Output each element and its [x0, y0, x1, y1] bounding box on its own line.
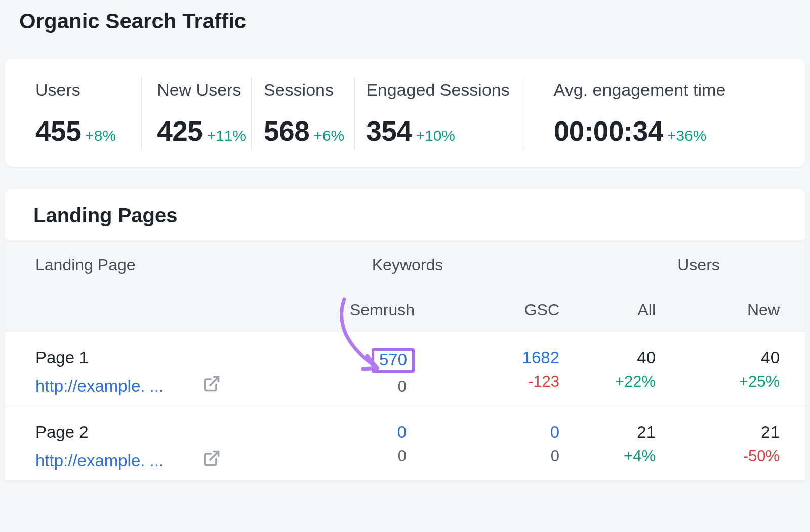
metrics-card: Users 455 +8% New Users 425 +11% Session… [5, 59, 805, 167]
page-url-link[interactable]: http://example. ... [35, 377, 164, 395]
highlight-annotation: 570 [372, 348, 415, 373]
gsc-delta: 0 [551, 447, 559, 465]
svg-line-0 [210, 377, 219, 386]
users-new-delta: +25% [739, 373, 780, 391]
gsc-value[interactable]: 0 [550, 423, 559, 442]
metric-delta: +8% [85, 127, 116, 144]
external-link-icon[interactable] [202, 449, 221, 471]
page-name: Page 1 [35, 348, 289, 367]
svg-line-1 [210, 452, 219, 460]
th-landing-page[interactable]: Landing Page [5, 256, 289, 274]
external-link-icon[interactable] [202, 375, 221, 397]
table-row: Page 2 http://example. ... 0 0 0 0 21 +4… [5, 406, 805, 481]
th-all[interactable]: All [577, 301, 668, 319]
semrush-value[interactable]: 0 [397, 423, 415, 442]
metric-value: 354 [366, 115, 412, 147]
metric-delta: +36% [667, 127, 707, 144]
metric-label: Avg. engagement time [554, 80, 726, 100]
users-new-value: 21 [761, 423, 780, 442]
users-new-value: 40 [761, 348, 780, 367]
th-new[interactable]: New [668, 301, 805, 319]
users-all-value: 21 [637, 423, 656, 442]
page-title: Organic Search Traffic [0, 0, 810, 33]
metric-label: Users [35, 80, 116, 100]
users-all-delta: +4% [624, 447, 656, 465]
metric-value: 568 [264, 115, 309, 147]
metric-delta: +10% [416, 127, 455, 144]
th-semrush[interactable]: Semrush [289, 301, 453, 319]
gsc-value[interactable]: 1682 [522, 348, 559, 367]
metric-label: New Users [157, 80, 246, 100]
metric-value: 425 [157, 115, 202, 147]
metric-label: Engaged Sessions [366, 80, 510, 100]
semrush-sub: 0 [398, 378, 415, 396]
metric-delta: +6% [313, 127, 344, 144]
metric-delta: +11% [207, 127, 246, 144]
table-header: Landing Page Keywords Users Semrush GSC … [5, 240, 805, 332]
users-new-delta: -50% [743, 447, 780, 465]
semrush-value[interactable]: 570 [379, 350, 407, 369]
page-url-link[interactable]: http://example. ... [35, 451, 164, 470]
gsc-delta: -123 [528, 373, 559, 391]
table-row: Page 1 http://example. ... 570 0 1682 -1… [5, 332, 805, 406]
users-all-delta: +22% [615, 373, 656, 391]
metric-sessions[interactable]: Sessions 568 +6% [252, 77, 355, 149]
th-keywords[interactable]: Keywords [289, 256, 526, 274]
semrush-sub: 0 [398, 447, 415, 465]
page-name: Page 2 [35, 423, 289, 442]
metric-value: 455 [35, 115, 81, 147]
metric-new-users[interactable]: New Users 425 +11% [142, 77, 252, 149]
metric-value: 00:00:34 [554, 115, 663, 147]
metric-avg-engagement[interactable]: Avg. engagement time 00:00:34 +36% [525, 77, 726, 149]
users-all-value: 40 [637, 348, 656, 367]
th-gsc[interactable]: GSC [453, 301, 577, 319]
metric-label: Sessions [264, 80, 344, 100]
metric-engaged-sessions[interactable]: Engaged Sessions 354 +10% [355, 77, 525, 149]
landing-pages-card: Landing Pages Landing Page Keywords User… [5, 189, 805, 481]
th-users[interactable]: Users [526, 256, 805, 274]
landing-pages-title: Landing Pages [5, 189, 805, 240]
metric-users[interactable]: Users 455 +8% [5, 77, 142, 149]
